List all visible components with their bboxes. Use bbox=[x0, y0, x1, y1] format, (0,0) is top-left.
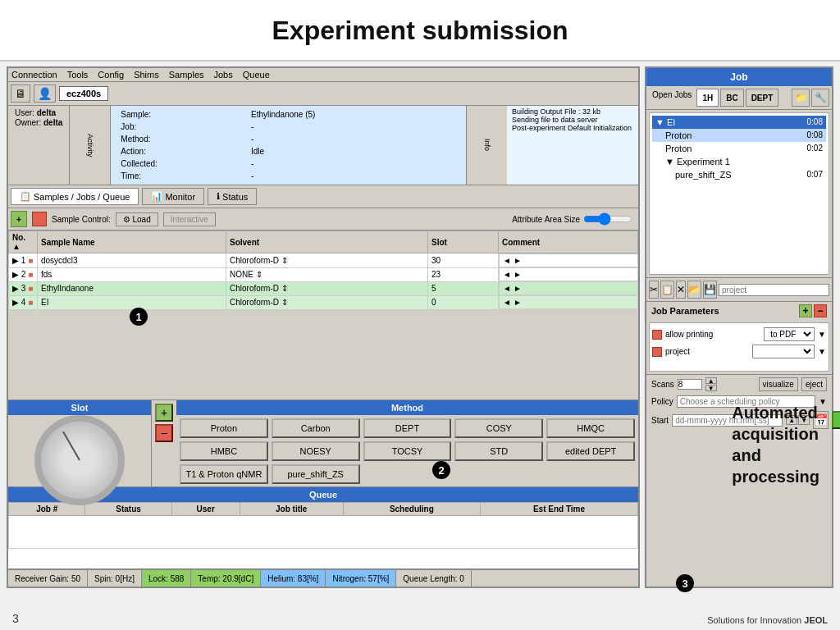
table-row[interactable]: ▶ 2 ■ fds NONE ⇕ 23 ◄► bbox=[9, 267, 638, 281]
param-arrow-1: ▼ bbox=[818, 330, 826, 339]
slot-add-btn[interactable]: + bbox=[155, 404, 173, 422]
badge-3: 3 bbox=[676, 574, 694, 592]
param-label-1: allow printing bbox=[665, 330, 713, 339]
table-row[interactable]: ▶ 3 ■ EthylIndanone Chloroform-D ⇕ 5 ◄► bbox=[9, 281, 638, 295]
slot-panel-header: Slot bbox=[8, 400, 151, 415]
tree-proton2[interactable]: Proton 0:02 bbox=[652, 142, 826, 155]
instrument-name: ecz400s bbox=[59, 86, 108, 101]
tree-exp1[interactable]: ▼ Experiment 1 bbox=[652, 155, 826, 168]
col-slot: Slot bbox=[428, 231, 499, 253]
job-value: - bbox=[251, 122, 253, 131]
annotation-area: Automated acquisition and processing bbox=[732, 402, 819, 487]
params-remove-btn[interactable]: − bbox=[814, 304, 827, 317]
tree-proton1[interactable]: Proton 0:08 bbox=[652, 129, 826, 142]
dept-btn[interactable]: DEPT bbox=[363, 418, 452, 438]
activity-tab[interactable]: Activity bbox=[70, 106, 111, 185]
param-label-2: project bbox=[665, 347, 690, 356]
load-btn[interactable]: ⚙ Load bbox=[116, 212, 158, 226]
menu-jobs[interactable]: Jobs bbox=[214, 70, 233, 80]
start-label: Start bbox=[651, 416, 669, 425]
slot-remove-btn[interactable]: − bbox=[155, 424, 173, 442]
scans-down[interactable]: ▼ bbox=[705, 385, 717, 391]
col-solvent: Solvent bbox=[226, 231, 427, 253]
hmqc-btn[interactable]: HMQC bbox=[546, 418, 635, 438]
param-dropdown-project[interactable] bbox=[752, 345, 815, 358]
job-label: Job: bbox=[121, 122, 136, 131]
carbon-btn[interactable]: Carbon bbox=[272, 418, 360, 438]
save-btn[interactable]: 💾 bbox=[703, 281, 717, 299]
param-dash-1 bbox=[652, 330, 662, 340]
interactive-btn[interactable]: Interactive bbox=[163, 212, 216, 226]
param-dropdown-pdf[interactable]: to PDF bbox=[764, 327, 815, 341]
load-icon: ⚙ bbox=[123, 215, 130, 224]
samples-table: No. ▲ Sample Name Solvent Slot Comment ▶… bbox=[8, 231, 638, 399]
tab-samples-jobs-queue[interactable]: 📋 Samples / Jobs / Queue bbox=[11, 188, 139, 205]
info-tab[interactable]: Info bbox=[466, 106, 507, 185]
add-sample-btn[interactable]: + bbox=[11, 211, 27, 227]
remove-sample-btn[interactable] bbox=[32, 212, 47, 226]
job-tool-icon2[interactable]: 🔧 bbox=[811, 89, 829, 107]
cut-btn[interactable]: ✂ bbox=[649, 281, 659, 299]
menu-config[interactable]: Config bbox=[98, 70, 124, 80]
queue-length-segment: Queue Length: 0 bbox=[396, 570, 472, 587]
table-row[interactable]: ▶ 4 ■ EI Chloroform-D ⇕ 0 ◄► bbox=[9, 295, 638, 309]
nmr-app: Connection Tools Config Shims Samples Jo… bbox=[7, 66, 640, 588]
tocsy-btn[interactable]: TOCSY bbox=[363, 441, 452, 461]
col-no: No. ▲ bbox=[9, 231, 38, 253]
edited-dept-btn[interactable]: edited DEPT bbox=[546, 441, 635, 461]
queue-col-user: User bbox=[171, 503, 240, 516]
copy-btn[interactable]: 📋 bbox=[660, 281, 674, 299]
menu-queue[interactable]: Queue bbox=[243, 70, 270, 80]
job-tab-1h[interactable]: 1H bbox=[696, 89, 719, 107]
job-tree: ▼ EI 0:08 Proton 0:08 Proton 0:02 ▼ Expe… bbox=[649, 112, 829, 275]
user-icon-btn[interactable]: 👤 bbox=[34, 84, 56, 103]
tree-ei[interactable]: ▼ EI 0:08 bbox=[652, 116, 826, 129]
job-tab-dept[interactable]: DEPT bbox=[746, 89, 779, 107]
lock-segment: Lock: 588 bbox=[142, 570, 191, 587]
proton-btn[interactable]: Proton bbox=[180, 418, 268, 438]
footer-logo: Solutions for Innovation JEOL bbox=[707, 615, 828, 625]
tab-monitor[interactable]: 📊 Monitor bbox=[142, 188, 204, 205]
slide-number: 3 bbox=[12, 612, 19, 625]
params-add-btn[interactable]: + bbox=[799, 304, 812, 317]
job-tab-bc[interactable]: BC bbox=[720, 89, 743, 107]
pure-shift-btn[interactable]: pure_shift_ZS bbox=[272, 464, 360, 484]
tab-status[interactable]: ℹ Status bbox=[208, 188, 257, 205]
scans-label: Scans bbox=[651, 380, 674, 389]
method-value: - bbox=[251, 135, 253, 144]
submit-btn[interactable]: Submit bbox=[832, 411, 840, 429]
table-row[interactable]: ▶ 1 ■ dosycdcl3 Chloroform-D ⇕ 30 ◄► bbox=[9, 253, 638, 268]
queue-col-status: Status bbox=[85, 503, 171, 516]
nav-tabs: 📋 Samples / Jobs / Queue 📊 Monitor ℹ Sta… bbox=[8, 185, 638, 208]
attr-size-slider[interactable] bbox=[583, 212, 632, 226]
tree-pure-shift[interactable]: pure_shift_ZS 0:07 bbox=[652, 168, 826, 181]
cosy-btn[interactable]: COSY bbox=[454, 418, 543, 438]
activity-line3: Post-experiment Default Initialization bbox=[512, 124, 633, 132]
method-label: Method: bbox=[121, 135, 150, 144]
hmbc-btn[interactable]: HMBC bbox=[180, 441, 268, 461]
std-btn[interactable]: STD bbox=[454, 441, 543, 461]
noesy-btn[interactable]: NOESY bbox=[272, 441, 360, 461]
menu-shims[interactable]: Shims bbox=[134, 70, 159, 80]
eject-btn[interactable]: eject bbox=[801, 377, 827, 391]
menu-samples[interactable]: Samples bbox=[169, 70, 204, 80]
badge-1: 1 bbox=[130, 308, 148, 326]
scans-input[interactable] bbox=[678, 379, 702, 390]
folder-btn[interactable]: 📂 bbox=[687, 281, 701, 299]
attr-size-control: Attribute Area Size bbox=[509, 211, 636, 227]
t1-proton-btn[interactable]: T1 & Proton qNMR bbox=[180, 464, 268, 484]
job-tool-icon1[interactable]: 📁 bbox=[792, 89, 810, 107]
temp-segment: Temp: 20.9[dC] bbox=[191, 570, 261, 587]
queue-col-title: Job title bbox=[240, 503, 343, 516]
visualize-btn[interactable]: visualize bbox=[759, 377, 798, 391]
menu-tools[interactable]: Tools bbox=[67, 70, 89, 80]
instrument-icon-btn[interactable]: 🖥 bbox=[11, 84, 30, 103]
annotation-line2: acquisition bbox=[732, 423, 819, 445]
delete-btn[interactable]: ✕ bbox=[676, 281, 686, 299]
project-input[interactable] bbox=[719, 284, 829, 296]
menu-connection[interactable]: Connection bbox=[11, 70, 57, 80]
badge-2: 2 bbox=[432, 461, 450, 479]
scans-up[interactable]: ▲ bbox=[705, 377, 717, 384]
job-title: Job bbox=[730, 71, 747, 83]
queue-empty-row bbox=[9, 516, 638, 549]
